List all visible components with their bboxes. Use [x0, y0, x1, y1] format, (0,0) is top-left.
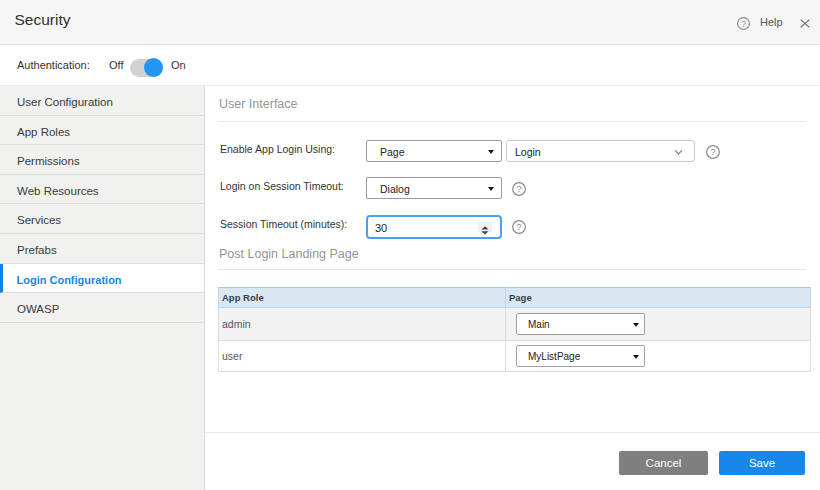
svg-text:?: ? [516, 183, 521, 194]
svg-text:?: ? [710, 146, 715, 157]
svg-text:?: ? [741, 19, 746, 29]
svg-text:?: ? [516, 221, 521, 232]
